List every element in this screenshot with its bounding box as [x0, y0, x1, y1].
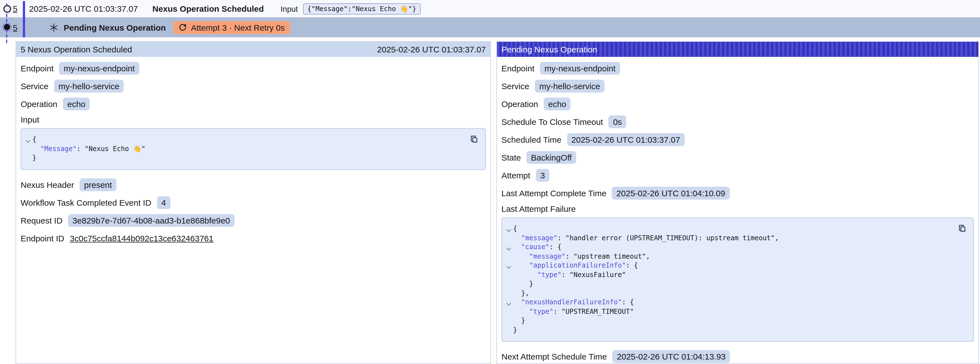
json-text: }	[513, 326, 517, 334]
panel-body: Endpointmy-nexus-endpointServicemy-hello…	[16, 57, 490, 254]
json-text	[513, 298, 521, 306]
field-label: Nexus Header	[21, 180, 74, 189]
collapse-toggle[interactable]	[505, 261, 512, 270]
event-input-preview-badge: {"Message":"Nexus Echo 👋"}	[303, 3, 421, 14]
field-label: Service	[21, 81, 48, 91]
event-row-nexus-operation-scheduled[interactable]: 5 2025-02-26 UTC 01:03:37.07 Nexus Opera…	[0, 0, 980, 17]
json-text	[513, 262, 529, 269]
field-label: Request ID	[21, 216, 62, 225]
field-group: Endpointmy-nexus-endpointServicemy-hello…	[21, 61, 486, 111]
code-line-gutter	[24, 144, 32, 153]
event-title: Nexus Operation Scheduled	[153, 4, 264, 13]
code-line: {	[24, 135, 480, 144]
code-line: "message": "upstream timeout",	[504, 252, 968, 261]
field-label: Endpoint ID	[21, 233, 64, 243]
temporal-event-history-view: 5 2025-02-26 UTC 01:03:37.07 Nexus Opera…	[0, 0, 980, 364]
json-key: "nexusHandlerFailureInfo"	[521, 298, 622, 306]
code-line-text: }	[513, 279, 533, 289]
json-text: : {	[622, 298, 634, 306]
field-value-badge: my-nexus-endpoint	[59, 62, 139, 75]
code-line-gutter	[504, 307, 513, 316]
copy-input-button[interactable]	[469, 134, 480, 145]
event-row-pending-nexus-operation[interactable]: 5 Pending Nexus Operation	[0, 17, 980, 37]
code-line: "nexusHandlerFailureInfo": {	[504, 298, 968, 307]
field-value-badge: 2025-02-26 UTC 01:04:13.93	[612, 350, 730, 363]
code-line-gutter	[504, 325, 513, 334]
json-text	[513, 252, 529, 260]
code-line-text: {	[32, 135, 36, 144]
field-label: Schedule To Close Timeout	[501, 117, 603, 126]
failure-json-block: { "message": "handler error (UPSTREAM_TI…	[501, 217, 974, 342]
code-line: "type": "UPSTREAM_TIMEOUT"	[504, 307, 968, 316]
input-json-block: { "Message": "Nexus Echo 👋"}	[21, 128, 486, 170]
field-value-link[interactable]: 3c0c75ccfa8144b092c13ce632463761	[70, 233, 213, 243]
code-line-gutter	[24, 135, 32, 144]
event-input-label: Input	[280, 4, 298, 13]
json-text: {	[32, 136, 36, 143]
code-line-text: "type": "UPSTREAM_TIMEOUT"	[513, 307, 634, 316]
detail-field-endpoint-id: Endpoint ID3c0c75ccfa8144b092c13ce632463…	[21, 231, 486, 245]
event-id-link[interactable]: 5	[13, 22, 18, 32]
json-text: }	[32, 154, 36, 162]
code-line: "message": "handler error (UPSTREAM_TIME…	[504, 233, 968, 243]
json-text	[513, 243, 521, 251]
code-line: {	[504, 224, 968, 233]
detail-field-service: Servicemy-hello-service	[501, 79, 974, 93]
field-label: Operation	[21, 99, 57, 109]
event-id-link[interactable]: 5	[13, 4, 18, 13]
field-label: Attempt	[501, 171, 530, 180]
field-value-badge: echo	[544, 97, 571, 110]
panel-title: Pending Nexus Operation	[501, 45, 597, 54]
panel-title: 5 Nexus Operation Scheduled	[21, 45, 132, 54]
detail-field-workflow-task-completed-event-id: Workflow Task Completed Event ID4	[21, 195, 486, 209]
event-detail-panel-pending: Pending Nexus Operation Endpointmy-nexus…	[496, 41, 979, 364]
json-key: "cause"	[521, 243, 549, 251]
field-value-badge: 2025-02-26 UTC 01:04:10.09	[612, 187, 730, 200]
code-line-text: },	[513, 289, 529, 298]
panel-header-pending: Pending Nexus Operation	[497, 42, 978, 57]
json-key: "message"	[521, 234, 557, 242]
json-code-lines: { "message": "handler error (UPSTREAM_TI…	[504, 224, 968, 334]
event-detail-panel-scheduled: 5 Nexus Operation Scheduled 2025-02-26 U…	[16, 41, 491, 364]
code-line: "type": "NexusFailure"	[504, 270, 968, 279]
copy-failure-button[interactable]	[956, 223, 968, 234]
retry-status-badge: Attempt 3 · Next Retry 0s	[173, 21, 290, 34]
code-line-text: }	[32, 153, 36, 163]
event-marker-open-circle-icon	[3, 5, 11, 13]
collapse-toggle[interactable]	[24, 135, 32, 144]
code-line: }	[504, 316, 968, 325]
detail-field-scheduled-time: Scheduled Time2025-02-26 UTC 01:03:37.07	[501, 133, 974, 147]
code-line-text: }	[513, 316, 525, 325]
collapse-toggle[interactable]	[505, 224, 512, 233]
panel-body: Endpointmy-nexus-endpointServicemy-hello…	[497, 57, 978, 364]
json-text	[513, 234, 521, 242]
json-key: "Message"	[40, 145, 76, 152]
code-line-gutter	[504, 252, 513, 261]
code-line-text: }	[513, 325, 517, 334]
code-line-gutter	[504, 224, 513, 233]
code-line: "Message": "Nexus Echo 👋"	[24, 144, 480, 153]
field-label: Next Attempt Schedule Time	[501, 352, 607, 361]
collapse-toggle[interactable]	[505, 243, 512, 251]
chevron-down-icon	[506, 246, 511, 251]
field-value-badge: 3e829b7e-7d67-4b08-aad3-b1e868bfe9e0	[68, 214, 235, 227]
field-value-badge: 3	[536, 169, 549, 182]
field-value-badge: my-hello-service	[535, 80, 605, 93]
json-text	[513, 307, 529, 315]
detail-field-state: StateBackingOff	[501, 150, 974, 164]
code-line: }	[24, 153, 480, 163]
field-value-badge: 0s	[609, 115, 627, 128]
field-label: Scheduled Time	[501, 135, 561, 144]
code-line-gutter	[504, 298, 513, 307]
collapse-toggle[interactable]	[505, 298, 512, 307]
json-key: "applicationFailureInfo"	[529, 262, 626, 269]
detail-field-service: Servicemy-hello-service	[21, 79, 486, 93]
json-text: : "Nexus Echo 👋"	[76, 145, 145, 152]
field-value-badge: my-nexus-endpoint	[540, 62, 620, 75]
event-title: Pending Nexus Operation	[64, 22, 166, 32]
code-line: },	[504, 289, 968, 298]
code-line-gutter	[504, 261, 513, 270]
detail-field-next-attempt-schedule-time: Next Attempt Schedule Time2025-02-26 UTC…	[501, 350, 974, 364]
code-line: "applicationFailureInfo": {	[504, 261, 968, 270]
field-label: State	[501, 153, 521, 162]
